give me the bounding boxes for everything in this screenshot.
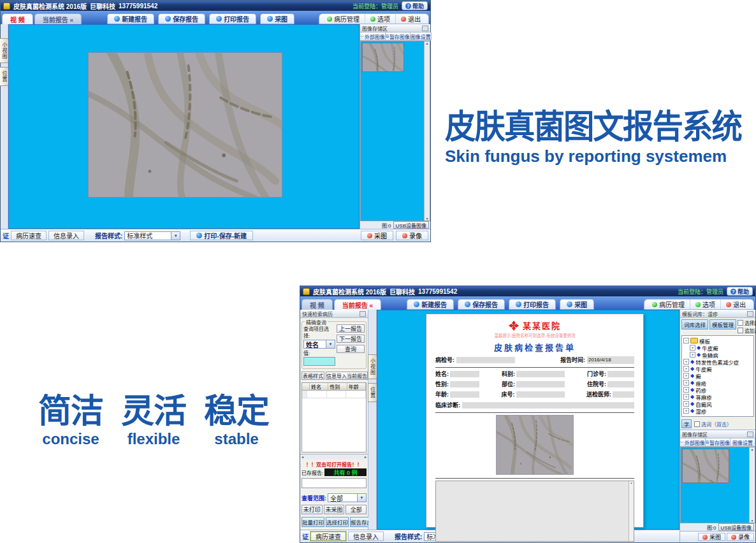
capture-image-button[interactable]: 采图	[361, 231, 393, 240]
tab-current-report[interactable]: 当前报告 «	[334, 299, 381, 310]
query-value-input[interactable]	[303, 357, 335, 366]
side-tab-smallview[interactable]: 小视图	[368, 354, 377, 379]
print-report-button[interactable]: 打印报告	[209, 13, 256, 24]
outpatient-field[interactable]	[607, 371, 634, 377]
col-name[interactable]: 姓名	[310, 383, 328, 390]
tree-node[interactable]: +◆荨麻疹	[683, 393, 752, 400]
col-gender[interactable]: 性别	[328, 383, 347, 390]
table-style-button[interactable]: 表格样式	[302, 372, 324, 380]
expand-icon[interactable]: +	[683, 408, 689, 414]
info-entry-button[interactable]: 信息录入	[348, 532, 384, 541]
inpatient-field[interactable]	[607, 381, 634, 387]
record-video-button[interactable]: 录像	[727, 533, 754, 541]
batch-print-button[interactable]: 批量打印	[302, 517, 324, 527]
tree-node[interactable]: +◆痤疮	[683, 379, 752, 386]
pick-word-checkbox[interactable]: 选词（双击）	[694, 421, 732, 428]
tree-node[interactable]: +◆白癜风	[683, 400, 752, 407]
report-findings-textarea[interactable]: ▲	[435, 481, 634, 542]
quick-search-button[interactable]: 病历速查	[310, 532, 346, 541]
usb-device-button[interactable]: USB设备图像	[393, 221, 429, 229]
append-checkbox[interactable]: 追加选入	[738, 327, 756, 334]
table-row[interactable]	[302, 391, 366, 398]
record-video-button[interactable]: 录像	[396, 231, 428, 240]
col-age[interactable]: 年龄	[347, 383, 366, 390]
save-report-button[interactable]: 保存报告	[458, 299, 505, 310]
new-report-button[interactable]: 新建报告	[407, 299, 454, 310]
save-report-button[interactable]: 保存报告	[158, 13, 205, 24]
temp-image-button[interactable]: ⧉暂存图像	[386, 33, 411, 40]
tree-node[interactable]: +◆牛皮癣	[690, 344, 752, 351]
print-save-new-button[interactable]: 打印-保存-新建	[190, 231, 253, 240]
micrograph-thumbnail[interactable]	[682, 449, 729, 483]
expand-icon[interactable]: +	[683, 366, 689, 372]
scroll-down-icon[interactable]: ▼	[751, 519, 754, 523]
help-button[interactable]: ? 帮助	[727, 287, 753, 296]
tab-current-report[interactable]: 当前报告 «	[34, 13, 82, 24]
print-report-button[interactable]: 打印报告	[509, 299, 556, 310]
image-settings-button[interactable]: 图像设置	[411, 33, 432, 40]
capture-button[interactable]: 采图	[560, 299, 594, 310]
part-field[interactable]	[516, 381, 565, 387]
font-button[interactable]: 字	[681, 419, 692, 428]
options-button[interactable]: 选项	[365, 14, 396, 24]
usb-device-button[interactable]: USB设备图像	[718, 523, 754, 531]
expand-icon[interactable]: +	[683, 359, 689, 365]
tree-node-root[interactable]: −模板	[683, 337, 752, 344]
options-button[interactable]: 选项	[690, 300, 721, 309]
dept-field[interactable]	[516, 371, 565, 377]
panel-collapse-icon[interactable]	[360, 311, 366, 317]
external-image-button[interactable]: ⇦外部图像	[680, 438, 706, 446]
quick-search-button[interactable]: 病历速查	[11, 231, 47, 240]
bed-field[interactable]	[516, 391, 565, 398]
filter-unprinted-button[interactable]: 未打印	[302, 505, 323, 514]
filter-uncaptured-button[interactable]: 未采图	[324, 505, 345, 514]
expand-icon[interactable]: +	[690, 345, 695, 351]
age-field[interactable]	[450, 391, 479, 398]
expand-icon[interactable]: +	[683, 394, 689, 400]
info-entry-button[interactable]: 信息录入	[48, 231, 84, 240]
panel-collapse-icon[interactable]	[422, 25, 428, 31]
report-style-select[interactable]: 标准样式 ▼	[124, 231, 180, 240]
specimen-no-field[interactable]	[456, 357, 515, 363]
scroll-up-icon[interactable]: ▲	[630, 481, 633, 484]
panel-collapse-icon[interactable]	[747, 431, 753, 437]
lexicon-select-button[interactable]: 词库选择	[681, 319, 708, 329]
import-info-button[interactable]: 信息导入当前报告	[326, 372, 368, 380]
view-range-select[interactable]: 全部 ▼	[328, 493, 367, 502]
prev-report-button[interactable]: 上一报告	[337, 324, 365, 333]
query-button[interactable]: 查询	[337, 345, 365, 353]
tree-node[interactable]: +◆特发性色素减少症	[683, 358, 752, 365]
expand-icon[interactable]: +	[683, 387, 689, 393]
storage-scrollbar[interactable]: ▲▼	[749, 447, 755, 523]
capture-image-button[interactable]: 采图	[698, 533, 725, 541]
exit-button[interactable]: 退出	[721, 300, 751, 309]
table-hscrollbar[interactable]: ◄ ►	[300, 454, 368, 460]
tree-node[interactable]: +◆鱼鳞病	[690, 351, 752, 358]
expand-icon[interactable]: +	[683, 401, 689, 407]
scroll-right-icon[interactable]: ►	[364, 455, 367, 459]
name-field[interactable]	[450, 371, 479, 377]
selector-checkbox[interactable]: 选择器	[738, 319, 756, 326]
new-report-button[interactable]: 新建报告	[107, 13, 154, 24]
collapse-icon[interactable]: −	[683, 338, 689, 344]
tree-node[interactable]: +◆湿疹	[683, 407, 752, 414]
capture-button[interactable]: 采图	[260, 13, 294, 24]
chevron-down-icon[interactable]: ▼	[326, 340, 335, 348]
side-tab-smallview[interactable]: 小视图	[0, 38, 9, 63]
template-manage-button[interactable]: 模板管理	[709, 319, 736, 329]
scroll-up-icon[interactable]: ▲	[426, 41, 429, 45]
panel-collapse-icon[interactable]	[747, 311, 753, 317]
expand-icon[interactable]: +	[683, 373, 689, 379]
tree-node[interactable]: +◆牛皮癣	[683, 365, 752, 372]
chevron-down-icon[interactable]: ▼	[171, 232, 180, 240]
doctor-field[interactable]	[613, 391, 634, 398]
next-report-button[interactable]: 下一报告	[337, 335, 365, 343]
tab-video[interactable]: 视 频	[302, 299, 333, 310]
report-time-field[interactable]: 2016/4/18	[587, 356, 634, 364]
scroll-left-icon[interactable]: ◄	[301, 455, 304, 459]
micrograph-thumbnail[interactable]	[362, 43, 404, 72]
scroll-up-icon[interactable]: ▲	[751, 447, 754, 451]
image-settings-button[interactable]: 图像设置	[731, 438, 755, 446]
tab-video[interactable]: 视 频	[2, 13, 33, 24]
side-tab-position[interactable]: 位置	[368, 383, 377, 402]
